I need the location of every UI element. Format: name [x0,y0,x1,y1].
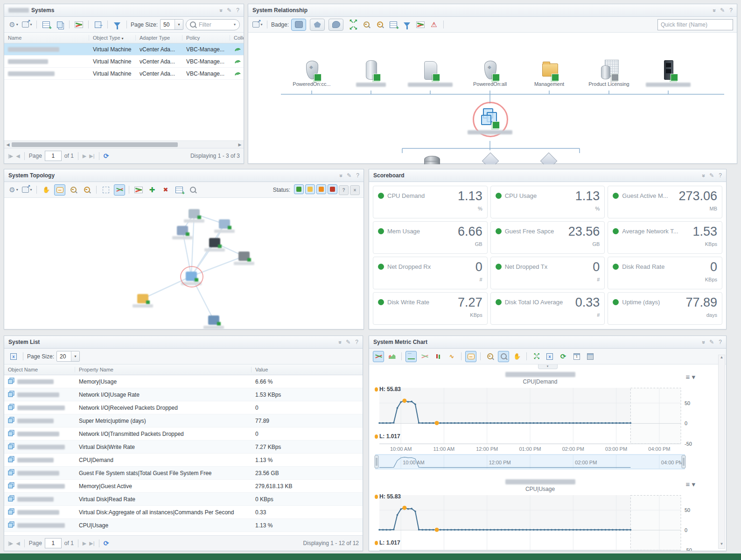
search-icon[interactable] [187,184,198,196]
status-none-button[interactable]: × [350,185,360,195]
zoom-in-icon[interactable] [361,19,372,30]
anomalies-icon[interactable] [433,351,444,362]
chart-plot[interactable]: 500-50 [373,495,699,551]
multi-line-icon[interactable] [419,351,430,362]
table-row[interactable]: Virtual MachinevCenter Ada...VBC-Manage.… [4,43,244,56]
status-orange-button[interactable] [316,184,326,194]
edit-icon[interactable]: ✎ [709,339,714,345]
table-row[interactable]: Network I/O|Usage Rate1.53 KBps [4,388,363,401]
fit-view-icon[interactable]: ↖↗↙↘ [531,351,542,362]
remove-icon[interactable]: ✖ [160,184,171,196]
gear-icon[interactable]: ⚙▾ [8,184,19,196]
metric-chart-icon[interactable] [415,19,426,30]
page-number-input[interactable]: 1 [45,538,62,548]
collapse-icon[interactable]: » [702,339,705,345]
zoom-out-icon[interactable] [374,19,385,30]
help-icon[interactable]: ? [729,7,733,13]
collapse-icon[interactable]: » [702,173,705,178]
edit-icon[interactable]: ✎ [227,7,231,13]
table-row[interactable]: Guest File System stats|Total Guest File… [4,467,363,480]
export-excel-icon[interactable]: x [544,351,555,362]
badge-efficiency-button[interactable] [329,19,343,31]
overview-icon[interactable] [114,184,125,196]
edit-icon[interactable]: ✎ [347,173,351,178]
dashboard-add-icon[interactable] [174,184,185,196]
scoreboard-tile[interactable]: Average Network T...1.53KBps [608,221,722,254]
page-size-select[interactable]: 20▾ [56,351,80,362]
help-icon[interactable]: ? [236,7,239,13]
scoreboard-tile[interactable]: Guest Active M...273.06MB [608,186,722,218]
filter-icon[interactable] [401,19,412,30]
popout-icon[interactable]: ▾ [252,19,263,30]
quick-filter-input[interactable]: Quick filter (Name) [657,19,733,30]
collapse-icon[interactable]: » [339,339,342,345]
help-icon[interactable]: ? [356,173,359,178]
horizontal-scrollbar[interactable]: ◀ ▶ [4,140,244,148]
chart-menu-button[interactable]: ≡ ▾ [686,480,695,489]
wave-icon[interactable]: ∿ [446,351,457,362]
copy-icon[interactable] [54,19,65,30]
refresh-icon[interactable]: ⟳ [104,539,109,547]
topology-node[interactable] [208,315,219,325]
dashboard-add-icon[interactable] [388,19,399,30]
scroll-right-icon[interactable]: ▶ [236,142,244,147]
status-question-button[interactable]: ? [339,185,349,195]
zoom-region-icon[interactable] [465,351,476,362]
status-yellow-button[interactable] [305,184,315,194]
topology-node[interactable] [189,209,200,218]
edit-icon[interactable]: ✎ [709,173,714,178]
line-chart-icon[interactable] [373,351,384,362]
help-icon[interactable]: ? [719,173,722,178]
zoom-region-icon[interactable] [54,184,65,196]
table-row[interactable]: CPU|Demand1.13 % [4,454,363,467]
table-row[interactable]: Super Metric|uptime (days)77.89 [4,414,363,427]
scroll-up-icon[interactable]: ▲ [719,355,725,362]
zoom-box-icon[interactable] [498,351,509,362]
chart-plot[interactable]: 500-5010:00 AM11:00 AM12:00 PM01:00 PM02… [373,388,699,453]
topology-node[interactable] [177,226,188,235]
relationship-top-node[interactable] [405,60,456,87]
alerts-icon[interactable]: ⚠ [428,19,440,30]
filter-icon[interactable] [112,19,123,30]
table-row[interactable]: Virtual MachinevCenter Ada...VBC-Manage.… [4,56,244,68]
popout-icon[interactable]: ▾ [21,184,33,196]
topology-node[interactable] [137,294,148,303]
relationship-top-node[interactable]: Product Licensing [583,60,635,87]
refresh-icon[interactable]: ⟳ [104,152,109,160]
topology-node[interactable] [209,238,220,247]
relationship-child-node[interactable] [405,154,457,164]
relationship-child-node[interactable] [464,154,516,164]
area-chart-icon[interactable] [386,351,398,362]
scoreboard-tile[interactable]: Guest Free Sapce23.56GB [490,221,605,254]
topology-node[interactable] [238,252,250,261]
table-row[interactable]: Memory|Usage6.66 % [4,375,363,388]
metric-chart-icon[interactable] [133,184,144,196]
collapse-notch[interactable]: ▾ [538,364,558,369]
status-green-button[interactable] [294,184,304,194]
table-row[interactable]: Virtual MachinevCenter Ada...VBC-Manage.… [4,68,244,80]
next-page-button[interactable]: ▶ [83,153,86,159]
relationship-top-node[interactable] [345,60,397,87]
add-icon[interactable]: ✚ [147,184,158,196]
page-size-select[interactable]: 50▾ [160,19,183,30]
zoom-in-icon[interactable] [68,184,79,196]
fit-view-icon[interactable]: ↖↗↙↘ [347,19,358,30]
zoom-out-icon[interactable] [81,184,92,196]
scoreboard-tile[interactable]: Net Dropped Tx0# [490,257,605,289]
pan-icon[interactable]: ✋ [41,184,52,196]
status-red-button[interactable] [328,184,337,194]
time-range-brush[interactable]: 10:00 AM12:00 PM02:00 PM04:00 PM [373,454,699,470]
topology-canvas[interactable] [4,198,364,330]
systems-table-header[interactable]: Name Object Type ▾ Adapter Type Policy C… [4,33,244,43]
relationship-top-node[interactable] [643,60,694,87]
filter-search-input[interactable]: Filter ▾ [186,19,240,30]
collapse-icon[interactable]: » [220,7,223,13]
table-row[interactable]: Virtual Disk|Read Rate0 KBps [4,493,363,506]
system-list-table-header[interactable]: Object Name Property Name Value [4,364,363,375]
export-icon[interactable] [92,19,104,30]
relationship-top-node[interactable]: PoweredOn:cc... [286,60,337,87]
zoom-in-icon[interactable] [484,351,496,362]
fit-page-icon[interactable] [100,184,112,196]
dashboard-add-icon[interactable] [41,19,52,30]
table-row[interactable]: Network I/O|Transmitted Packets Dropped0 [4,427,363,441]
